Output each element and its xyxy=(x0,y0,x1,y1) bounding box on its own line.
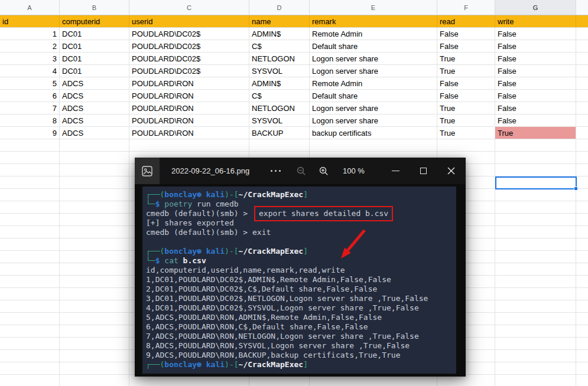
cell[interactable]: False xyxy=(495,40,576,53)
cell[interactable] xyxy=(495,375,576,386)
cell[interactable]: ADCS xyxy=(60,77,129,90)
cell[interactable]: Logon server share xyxy=(310,102,437,115)
cell[interactable] xyxy=(0,152,60,164)
cell[interactable] xyxy=(0,189,60,201)
cell[interactable]: True xyxy=(495,127,576,139)
cell[interactable]: False xyxy=(495,28,576,40)
cell[interactable]: DC01 xyxy=(60,28,129,40)
cell[interactable] xyxy=(576,338,588,350)
viewer-titlebar[interactable]: 2022-09-22_06-16.png 100 % xyxy=(135,158,466,184)
cell[interactable] xyxy=(60,375,129,386)
column-header-C[interactable]: C xyxy=(129,0,249,15)
cell[interactable]: Remote Admin xyxy=(310,28,437,40)
cell[interactable] xyxy=(576,325,588,338)
cell[interactable] xyxy=(576,115,588,127)
column-header-partial[interactable] xyxy=(576,0,588,15)
minimize-icon[interactable] xyxy=(382,158,408,184)
cell[interactable] xyxy=(0,338,60,350)
cell[interactable] xyxy=(495,350,576,362)
cell[interactable] xyxy=(576,189,588,201)
cell[interactable]: 6 xyxy=(0,90,60,102)
cell[interactable]: remark xyxy=(310,15,437,28)
cell[interactable]: NETLOGON xyxy=(249,53,310,65)
cell[interactable] xyxy=(495,201,576,214)
cell[interactable] xyxy=(60,214,129,226)
cell[interactable] xyxy=(60,325,129,338)
cell[interactable] xyxy=(60,139,129,152)
cell[interactable]: 7 xyxy=(0,102,60,115)
cell[interactable]: 3 xyxy=(0,53,60,65)
cell[interactable]: 2 xyxy=(0,40,60,53)
cell[interactable]: Logon server share xyxy=(310,53,437,65)
zoom-in-icon[interactable] xyxy=(317,158,331,184)
cell[interactable] xyxy=(495,139,576,152)
cell[interactable] xyxy=(495,214,576,226)
cell[interactable]: POUDLARD\RON xyxy=(129,90,249,102)
cell[interactable]: ADMIN$ xyxy=(249,77,310,90)
cell[interactable] xyxy=(495,226,576,238)
cell[interactable]: False xyxy=(437,28,495,40)
cell[interactable]: Logon server share xyxy=(310,65,437,77)
cell[interactable] xyxy=(495,189,576,201)
cell[interactable]: True xyxy=(437,127,495,139)
cell[interactable] xyxy=(60,201,129,214)
cell[interactable]: False xyxy=(437,40,495,53)
cell[interactable]: False xyxy=(495,102,576,115)
cell[interactable] xyxy=(60,189,129,201)
cell[interactable] xyxy=(60,300,129,313)
cell[interactable]: DC01 xyxy=(60,40,129,53)
cell[interactable] xyxy=(576,53,588,65)
cell[interactable] xyxy=(0,263,60,276)
cell[interactable]: False xyxy=(495,90,576,102)
column-header-F[interactable]: F xyxy=(437,0,495,15)
cell[interactable]: 4 xyxy=(0,65,60,77)
cell[interactable]: False xyxy=(495,115,576,127)
cell[interactable] xyxy=(576,28,588,40)
zoom-out-icon[interactable] xyxy=(294,158,308,184)
cell[interactable]: POUDLARD\RON xyxy=(129,102,249,115)
cell[interactable] xyxy=(576,40,588,53)
cell[interactable]: 5 xyxy=(0,77,60,90)
cell[interactable] xyxy=(0,164,60,176)
cell[interactable]: 1 xyxy=(0,28,60,40)
cell[interactable] xyxy=(0,350,60,362)
maximize-icon[interactable] xyxy=(410,158,436,184)
cell[interactable]: True xyxy=(437,65,495,77)
cell[interactable]: C$ xyxy=(249,90,310,102)
cell[interactable] xyxy=(576,238,588,251)
cell[interactable] xyxy=(576,300,588,313)
cell[interactable] xyxy=(495,313,576,325)
cell[interactable]: Default share xyxy=(310,40,437,53)
cell[interactable] xyxy=(495,238,576,251)
more-options-icon[interactable] xyxy=(269,158,282,184)
cell[interactable]: False xyxy=(495,65,576,77)
cell[interactable]: POUDLARD\DC02$ xyxy=(129,28,249,40)
cell[interactable] xyxy=(60,362,129,375)
cell[interactable] xyxy=(576,176,588,189)
cell[interactable] xyxy=(0,276,60,288)
cell[interactable] xyxy=(60,152,129,164)
cell[interactable] xyxy=(60,238,129,251)
cell[interactable]: backup certificats xyxy=(310,127,437,139)
cell[interactable] xyxy=(0,139,60,152)
cell[interactable] xyxy=(576,127,588,139)
cell[interactable]: ADMIN$ xyxy=(249,28,310,40)
cell[interactable]: C$ xyxy=(249,40,310,53)
cell[interactable]: ADCS xyxy=(60,127,129,139)
cell[interactable] xyxy=(0,288,60,300)
cell[interactable] xyxy=(60,263,129,276)
cell[interactable] xyxy=(60,338,129,350)
cell[interactable] xyxy=(60,226,129,238)
cell[interactable] xyxy=(60,313,129,325)
cell[interactable] xyxy=(495,152,576,164)
cell[interactable] xyxy=(0,325,60,338)
cell[interactable] xyxy=(495,288,576,300)
cell[interactable] xyxy=(437,139,495,152)
selected-cell[interactable] xyxy=(495,176,577,189)
cell[interactable]: computerid xyxy=(60,15,129,28)
cell[interactable] xyxy=(576,375,588,386)
cell[interactable] xyxy=(0,300,60,313)
cell[interactable] xyxy=(0,313,60,325)
cell[interactable] xyxy=(495,362,576,375)
cell[interactable]: POUDLARD\RON xyxy=(129,115,249,127)
